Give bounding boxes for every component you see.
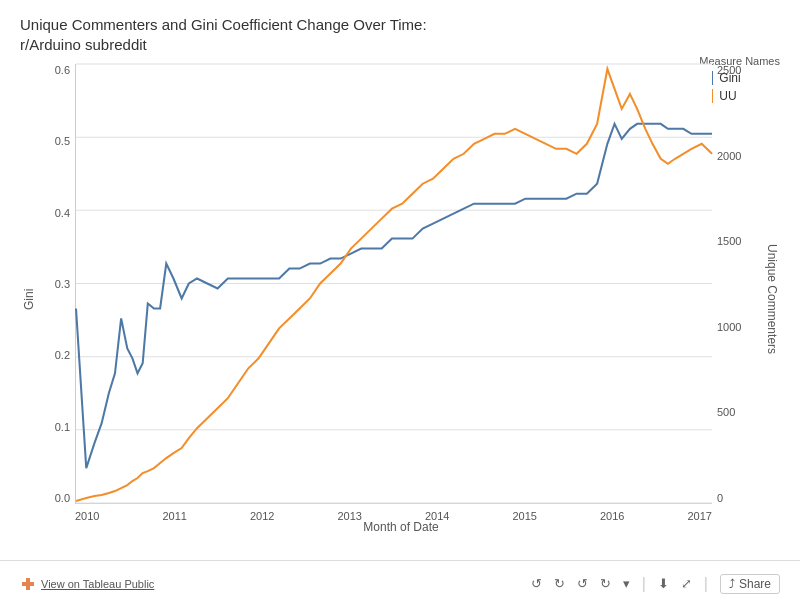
x-axis-title: Month of Date — [363, 520, 438, 534]
expand-icon[interactable]: ⤢ — [681, 576, 692, 591]
y-left-tick-1: 0.5 — [55, 135, 70, 147]
y-left-tick-5: 0.1 — [55, 421, 70, 433]
download-icon[interactable]: ⬇ — [658, 576, 669, 591]
share-label: Share — [739, 577, 771, 591]
chart-inner: 0.6 0.5 0.4 0.3 0.2 0.1 0.0 — [40, 64, 762, 534]
divider-1: | — [642, 575, 646, 593]
share-icon: ⤴ — [729, 577, 735, 591]
undo2-icon[interactable]: ↺ — [577, 576, 588, 591]
svg-rect-8 — [22, 582, 34, 586]
y-right-tick-3: 1000 — [717, 321, 741, 333]
x-tick-2015: 2015 — [513, 510, 537, 522]
x-tick-2017: 2017 — [688, 510, 712, 522]
y-axis-right: 2500 2000 1500 1000 500 0 — [712, 64, 762, 504]
gini-line — [76, 124, 712, 468]
y-left-tick-4: 0.2 — [55, 349, 70, 361]
undo-icon[interactable]: ↺ — [531, 576, 542, 591]
redo-icon[interactable]: ↻ — [554, 576, 565, 591]
title-line1: Unique Commenters and Gini Coefficient C… — [20, 16, 427, 33]
y-axis-right-label: Unique Commenters — [764, 64, 780, 534]
redo2-icon[interactable]: ↻ — [600, 576, 611, 591]
chart-svg — [76, 64, 712, 503]
x-tick-2012: 2012 — [250, 510, 274, 522]
y-axis-left: 0.6 0.5 0.4 0.3 0.2 0.1 0.0 — [40, 64, 75, 504]
plot-area — [75, 64, 712, 504]
tableau-link[interactable]: View on Tableau Public — [41, 578, 154, 590]
footer-right: ↺ ↻ ↺ ↻ ▾ | ⬇ ⤢ | ⤴ Share — [531, 574, 780, 594]
footer: View on Tableau Public ↺ ↻ ↺ ↻ ▾ | ⬇ ⤢ |… — [0, 560, 800, 600]
y-left-tick-3: 0.3 — [55, 278, 70, 290]
y-left-tick-6: 0.0 — [55, 492, 70, 504]
y-right-tick-0: 2500 — [717, 64, 741, 76]
title-line2: r/Arduino subreddit — [20, 36, 147, 53]
y-right-tick-4: 500 — [717, 406, 735, 418]
x-tick-2011: 2011 — [163, 510, 187, 522]
share-button[interactable]: ⤴ Share — [720, 574, 780, 594]
x-tick-2016: 2016 — [600, 510, 624, 522]
x-tick-2010: 2010 — [75, 510, 99, 522]
y-right-tick-1: 2000 — [717, 150, 741, 162]
arrow-icon[interactable]: ▾ — [623, 576, 630, 591]
y-right-tick-2: 1500 — [717, 235, 741, 247]
y-right-tick-5: 0 — [717, 492, 723, 504]
y-left-tick-0: 0.6 — [55, 64, 70, 76]
x-tick-2013: 2013 — [338, 510, 362, 522]
y-axis-left-label: Gini — [20, 64, 38, 534]
divider-2: | — [704, 575, 708, 593]
tableau-logo-icon — [20, 576, 36, 592]
main-container: Unique Commenters and Gini Coefficient C… — [0, 0, 800, 600]
footer-left[interactable]: View on Tableau Public — [20, 576, 154, 592]
uu-line — [76, 69, 712, 501]
chart-title: Unique Commenters and Gini Coefficient C… — [20, 15, 580, 54]
chart-area: Gini 0.6 0.5 0.4 0.3 0.2 0.1 0.0 — [20, 64, 780, 534]
y-left-tick-2: 0.4 — [55, 207, 70, 219]
